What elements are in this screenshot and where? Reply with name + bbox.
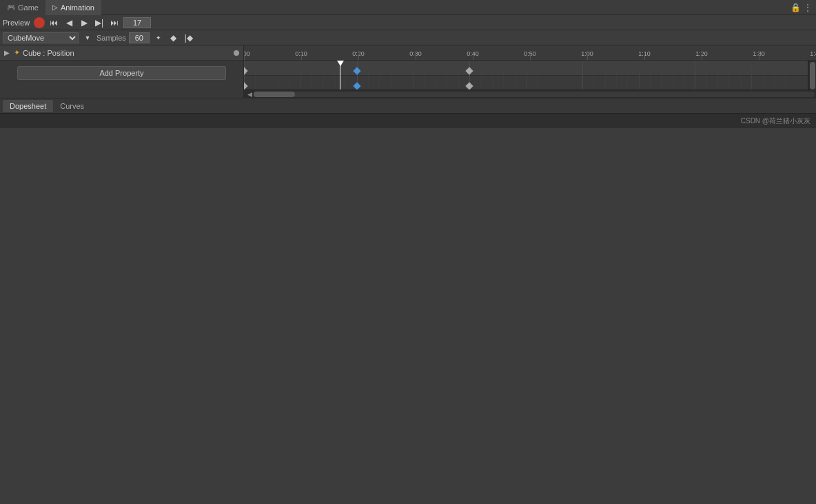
menu-icon[interactable]: ⋮ bbox=[804, 3, 812, 12]
ruler-label: 0:00 bbox=[244, 50, 250, 57]
go-end-button[interactable]: ⏭ bbox=[108, 17, 121, 29]
ruler-tick bbox=[759, 54, 759, 60]
vgrid-minor-line bbox=[797, 61, 797, 90]
vgrid-line bbox=[751, 61, 752, 90]
toolbar2: CubeMove ▼ Samples ✦ ◆ |◆ bbox=[0, 30, 816, 45]
vgrid-minor-line bbox=[267, 61, 267, 90]
vgrid-minor-line bbox=[379, 61, 380, 90]
vgrid-minor-line bbox=[492, 61, 493, 90]
vgrid-minor-line bbox=[391, 61, 391, 90]
tracks-container bbox=[244, 61, 816, 90]
add-property-button[interactable]: Add Property bbox=[17, 66, 226, 80]
scrollbar-v-thumb[interactable] bbox=[810, 62, 815, 90]
clip-menu-icon[interactable]: ▼ bbox=[81, 32, 94, 44]
ruler-tick bbox=[644, 54, 645, 60]
vgrid-minor-line bbox=[763, 61, 764, 90]
ruler-tick bbox=[301, 54, 302, 60]
vgrid-minor-line bbox=[289, 61, 289, 90]
vgrid-minor-line bbox=[571, 61, 571, 90]
vgrid-line bbox=[300, 61, 301, 90]
vgrid-minor-line bbox=[706, 61, 707, 90]
property-type-icon: ✦ bbox=[14, 48, 20, 57]
toolbar1: Preview ⏮ ◀ ▶ ▶| ⏭ bbox=[0, 15, 816, 30]
tab-curves-label: Curves bbox=[60, 102, 84, 110]
timeline-tracks[interactable] bbox=[244, 61, 808, 90]
status-text: CSDN @荷兰猪小灰灰 bbox=[741, 116, 810, 126]
vgrid-minor-line bbox=[740, 61, 741, 90]
clip-select[interactable]: CubeMove bbox=[3, 32, 79, 43]
lock-icon[interactable]: 🔒 bbox=[790, 3, 801, 12]
vgrid-line bbox=[695, 61, 695, 90]
vgrid-line bbox=[413, 61, 414, 90]
vgrid-minor-line bbox=[458, 61, 459, 90]
timeline-scrollbar: ◀ bbox=[244, 90, 816, 98]
ruler-label: 1:40 bbox=[810, 50, 816, 57]
tab-game[interactable]: 🎮 Game bbox=[0, 0, 45, 15]
vgrid-minor-line bbox=[368, 61, 369, 90]
ruler-tick bbox=[587, 54, 588, 60]
vgrid-minor-line bbox=[345, 61, 346, 90]
add-event-icon[interactable]: |◆ bbox=[183, 32, 195, 44]
compass-icon[interactable]: ✦ bbox=[152, 32, 165, 44]
timeline-right: 0:000:100:200:300:400:501:001:101:201:30… bbox=[244, 45, 816, 98]
tab-animation[interactable]: ▷ Animation bbox=[45, 0, 101, 15]
prev-key-button[interactable]: ◀ bbox=[63, 17, 75, 29]
ruler-tick bbox=[358, 54, 359, 60]
add-key-icon[interactable]: ◆ bbox=[167, 32, 180, 44]
main-area: ▶ ✦ Cube : Position Add Property 0:000:1… bbox=[0, 45, 816, 98]
vgrid-minor-line bbox=[560, 61, 560, 90]
status-bar: CSDN @荷兰猪小灰灰 bbox=[0, 113, 816, 128]
vgrid-minor-line bbox=[255, 61, 256, 90]
tab-bar: 🎮 Game ▷ Animation 🔒 ⋮ bbox=[0, 0, 816, 15]
vgrid-minor-line bbox=[605, 61, 606, 90]
vgrid-minor-line bbox=[593, 61, 594, 90]
left-panel: ▶ ✦ Cube : Position Add Property bbox=[0, 45, 244, 98]
vgrid-minor-line bbox=[549, 61, 549, 90]
expand-icon[interactable]: ▶ bbox=[3, 49, 11, 57]
samples-input[interactable] bbox=[129, 32, 150, 43]
animation-icon: ▷ bbox=[52, 3, 58, 11]
vgrid-minor-line bbox=[717, 61, 718, 90]
property-row-cube-position[interactable]: ▶ ✦ Cube : Position bbox=[0, 45, 243, 61]
scroll-left-arrow[interactable]: ◀ bbox=[245, 90, 254, 98]
vgrid-minor-line bbox=[627, 61, 628, 90]
scrollbar-thumb[interactable] bbox=[254, 92, 295, 97]
bottom-tabs: Dopesheet Curves bbox=[0, 98, 816, 113]
vgrid-minor-line bbox=[785, 61, 786, 90]
vgrid-minor-line bbox=[684, 61, 684, 90]
vgrid-minor-line bbox=[673, 61, 673, 90]
property-dot bbox=[234, 50, 239, 56]
tab-dopesheet-label: Dopesheet bbox=[10, 102, 46, 110]
vgrid-minor-line bbox=[481, 61, 482, 90]
left-spacer bbox=[0, 85, 243, 98]
right-scrollbar[interactable] bbox=[808, 61, 816, 90]
next-key-button[interactable]: ▶| bbox=[93, 17, 105, 29]
frame-input[interactable] bbox=[123, 17, 151, 28]
tab-game-label: Game bbox=[18, 3, 39, 12]
record-button[interactable] bbox=[34, 17, 45, 28]
scrollbar-track[interactable] bbox=[254, 92, 815, 97]
vgrid-minor-line bbox=[650, 61, 651, 90]
ruler-tick bbox=[416, 54, 416, 60]
ruler-tick bbox=[244, 54, 245, 60]
playhead[interactable] bbox=[340, 61, 340, 90]
tab-curves[interactable]: Curves bbox=[53, 100, 91, 112]
preview-label: Preview bbox=[3, 19, 30, 27]
vgrid-minor-line bbox=[447, 61, 447, 90]
vgrid-minor-line bbox=[515, 61, 516, 90]
tab-dopesheet[interactable]: Dopesheet bbox=[3, 100, 53, 112]
vgrid-minor-line bbox=[334, 61, 335, 90]
property-name: Cube : Position bbox=[23, 49, 231, 57]
vgrid-minor-line bbox=[436, 61, 436, 90]
ruler-tick bbox=[702, 54, 702, 60]
play-button[interactable]: ▶ bbox=[78, 17, 90, 29]
vgrid-minor-line bbox=[503, 61, 504, 90]
ruler-tick bbox=[530, 54, 531, 60]
vgrid-line bbox=[582, 61, 583, 90]
go-start-button[interactable]: ⏮ bbox=[48, 17, 60, 29]
vgrid-minor-line bbox=[774, 61, 775, 90]
game-icon: 🎮 bbox=[7, 3, 15, 11]
vgrid-minor-line bbox=[616, 61, 617, 90]
tab-animation-label: Animation bbox=[61, 3, 94, 12]
vgrid-line bbox=[526, 61, 527, 90]
